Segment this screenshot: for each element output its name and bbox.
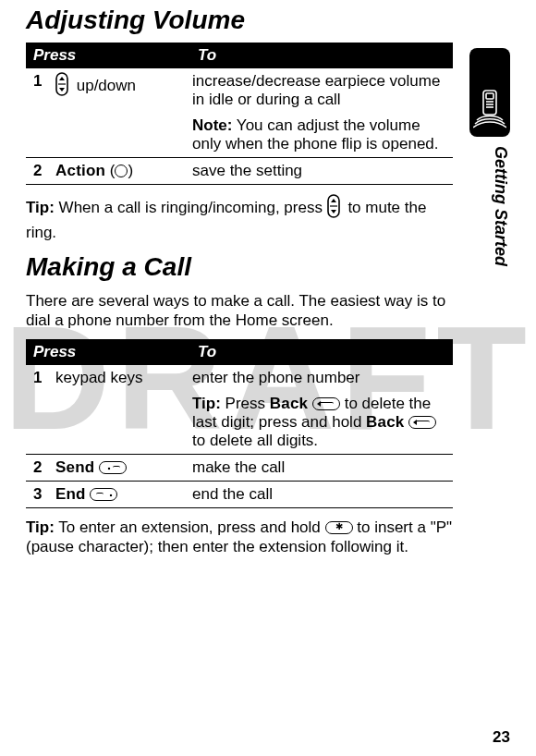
tip-extension: Tip: To enter an extension, press and ho… bbox=[26, 518, 453, 557]
paren-open: ( bbox=[105, 162, 115, 179]
updown-key-icon-2 bbox=[327, 194, 340, 223]
call-step-2: 2 bbox=[26, 455, 54, 482]
back-key-icon-2 bbox=[408, 416, 436, 429]
back-label-1: Back bbox=[270, 395, 308, 412]
tip-mid3: to delete all digits. bbox=[192, 432, 318, 449]
to-keypad-tip: Tip: Press Back to delete the last digit… bbox=[190, 391, 453, 455]
svg-marker-7 bbox=[59, 88, 65, 91]
tip-mid1: Press bbox=[221, 395, 270, 412]
svg-marker-6 bbox=[59, 77, 65, 80]
press-end: End bbox=[54, 482, 190, 508]
col-press-2: Press bbox=[26, 339, 190, 365]
intro-making-a-call: There are several ways to make a call. T… bbox=[26, 291, 453, 331]
svg-rect-1 bbox=[486, 93, 493, 99]
tip-label-2: Tip: bbox=[26, 518, 55, 536]
step-2: 2 bbox=[26, 158, 54, 185]
end-key-icon bbox=[90, 488, 117, 501]
svg-rect-0 bbox=[483, 91, 496, 115]
tip-label-back: Tip: bbox=[192, 395, 221, 412]
press-action: Action () bbox=[54, 158, 190, 185]
tip-label-1: Tip: bbox=[26, 199, 55, 216]
press-updown: up/down bbox=[54, 68, 190, 158]
col-to-2: To bbox=[190, 339, 453, 365]
heading-adjusting-volume: Adjusting Volume bbox=[26, 6, 453, 35]
svg-marker-11 bbox=[331, 210, 336, 213]
to-updown-note: Note: You can adjust the volume only whe… bbox=[190, 113, 453, 158]
page: DRAFT Getting Started bbox=[0, 0, 536, 756]
tip-text-before-1: When a call is ringing/incoming, press bbox=[55, 199, 327, 216]
phone-on-base-icon bbox=[473, 89, 506, 133]
send-key-icon bbox=[99, 461, 127, 474]
step-1: 1 bbox=[26, 68, 54, 158]
press-updown-label: up/down bbox=[77, 77, 136, 94]
updown-key-icon bbox=[55, 72, 68, 101]
to-end: end the call bbox=[190, 482, 453, 508]
page-number: 23 bbox=[493, 728, 510, 747]
action-label: Action bbox=[55, 162, 105, 179]
to-updown-1: increase/decrease earpiece volume in idl… bbox=[190, 68, 453, 113]
side-tab: Getting Started bbox=[469, 48, 510, 266]
to-send: make the call bbox=[190, 455, 453, 482]
back-label-2: Back bbox=[366, 413, 404, 431]
side-tab-icon-box bbox=[469, 48, 510, 137]
press-send: Send bbox=[54, 455, 190, 482]
to-keypad-1: enter the phone number bbox=[190, 365, 453, 391]
table-adjusting-volume: Press To 1 bbox=[26, 43, 453, 185]
call-step-1: 1 bbox=[26, 365, 54, 455]
star-key-icon bbox=[325, 521, 353, 534]
heading-making-a-call: Making a Call bbox=[26, 252, 453, 282]
back-key-icon-1 bbox=[312, 397, 340, 410]
col-to: To bbox=[190, 43, 453, 68]
note-label: Note: bbox=[192, 116, 232, 134]
paren-close: ) bbox=[128, 162, 133, 179]
page-content: Adjusting Volume Press To 1 bbox=[26, 6, 453, 557]
tip-mute-ring: Tip: When a call is ringing/incoming, pr… bbox=[26, 194, 453, 243]
end-label: End bbox=[55, 485, 86, 503]
side-tab-label: Getting Started bbox=[469, 146, 510, 266]
action-key-icon bbox=[115, 165, 128, 177]
send-label: Send bbox=[55, 458, 94, 476]
call-step-3: 3 bbox=[26, 482, 54, 508]
tip-text-before-2: To enter an extension, press and hold bbox=[55, 518, 325, 536]
press-keypad: keypad keys bbox=[54, 365, 190, 455]
col-press: Press bbox=[26, 43, 190, 68]
to-action: save the setting bbox=[190, 158, 453, 185]
svg-marker-10 bbox=[331, 199, 336, 202]
table-making-a-call: Press To 1 keypad keys enter the phone n… bbox=[26, 339, 453, 508]
